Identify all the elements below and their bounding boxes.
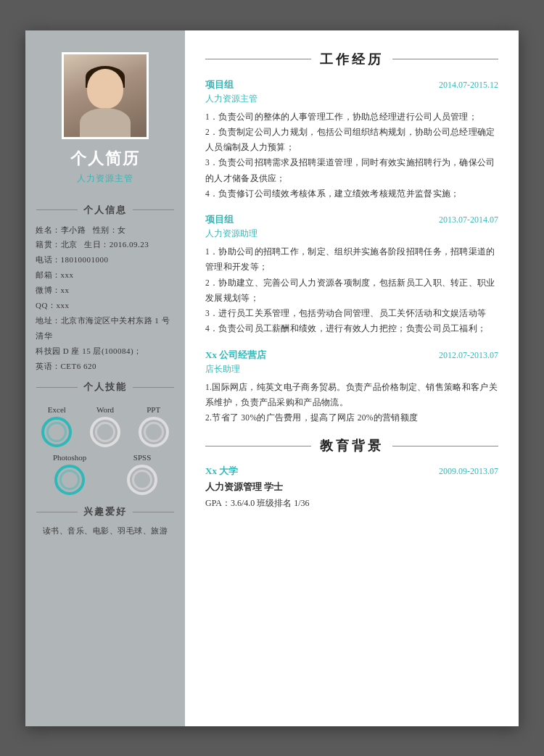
job-entry-3: Xx 公司经营店 2012.07-2013.07 店长助理 1.国际网店，纯英文… [205, 349, 498, 426]
job-desc-1-3: 3．负责公司招聘需求及招聘渠道管理，同时有效实施招聘行为，确保公司的人才储备及供… [205, 155, 498, 186]
work-section-title: 工作经历 [320, 51, 384, 68]
job-entry-2: 项目组 2013.07-2014.07 人力资源助理 1．协助公司的招聘工作，制… [205, 213, 498, 337]
edu-section: 教育背景 Xx 大学 2009.09-2013.07 人力资源管理 学士 GPA… [205, 437, 498, 512]
job-desc-2-2: 2．协助建立、完善公司人力资源各项制度，包括新员工入职、转正、职业发展规划等； [205, 275, 498, 307]
photo-face [87, 69, 123, 109]
sidebar-name: 个人简历 [70, 148, 140, 170]
divider-line-right [133, 209, 174, 210]
edu-header-1: Xx 大学 2009.09-2013.07 [205, 465, 498, 478]
edu-date-1: 2009.09-2013.07 [439, 466, 498, 477]
birth-label: 生日：2016.09.23 [84, 240, 149, 249]
edu-section-title: 教育背景 [320, 437, 384, 454]
edu-university-1: Xx 大学 [205, 465, 238, 478]
skill-ppt: PPT [139, 405, 169, 447]
hobbies-text: 读书、音乐、电影、羽毛球、旅游 [33, 524, 178, 539]
skills-title: 个人技能 [83, 381, 127, 394]
main-content: 工作经历 项目组 2014.07-2015.12 人力资源主管 1．负责公司的整… [185, 30, 519, 726]
info-row-1: 姓名：李小路 性别：女 [36, 223, 175, 238]
job-company-3: Xx 公司经营店 [205, 349, 266, 362]
job-position-1: 人力资源主管 [205, 93, 498, 105]
skill-excel-circle [41, 417, 72, 447]
job-desc-2-3: 3．进行员工关系管理，包括劳动合同管理、员工关怀活动和文娱活动等 [205, 306, 498, 321]
job-date-2: 2013.07-2014.07 [439, 215, 498, 225]
job-header-1: 项目组 2014.07-2015.12 [205, 78, 498, 91]
work-divider-right [392, 59, 498, 59]
job-desc-3-2: 2.节省了 30%的广告费用，提高了网店 20%的营销额度 [205, 410, 498, 425]
info-row-9: 英语：CET6 620 [36, 359, 175, 374]
sidebar: 个人简历 人力资源主管 个人信息 姓名：李小路 性别：女 籍贯：北京 生日：20… [25, 30, 185, 726]
divider-line-left3 [36, 512, 78, 512]
divider-line-left [36, 209, 78, 210]
skill-word-label: Word [96, 405, 114, 414]
work-divider-left [205, 59, 311, 59]
edu-gpa-1: GPA：3.6/4.0 班级排名 1/36 [205, 496, 498, 512]
info-row-5: 微博：xx [36, 283, 175, 298]
info-row-4: 邮箱：xxx [36, 267, 175, 283]
skill-word-circle [90, 417, 120, 447]
skills-block: Excel Word PPT [25, 399, 185, 498]
skill-excel: Excel [41, 405, 72, 447]
edu-divider-right [392, 446, 498, 446]
job-desc-3: 1.国际网店，纯英文电子商务贸易。负责产品价格制定、销售策略和客户关系维护，负责… [205, 380, 498, 426]
skill-ppt-circle [139, 417, 169, 447]
skill-word-inner [95, 422, 115, 442]
skill-spss-label: SPSS [133, 453, 151, 462]
skill-excel-inner [46, 422, 67, 442]
job-desc-2-1: 1．协助公司的招聘工作，制定、组织并实施各阶段招聘任务，招聘渠道的管理和开发等； [205, 244, 498, 275]
photo-area [62, 52, 149, 139]
skills-row-1: Excel Word PPT [33, 405, 178, 447]
sidebar-job-title: 人力资源主管 [77, 173, 133, 185]
job-date-3: 2012.07-2013.07 [439, 350, 498, 361]
skill-ppt-inner [144, 422, 164, 442]
edu-divider-left [205, 446, 311, 446]
skill-word: Word [90, 405, 120, 447]
job-date-1: 2014.07-2015.12 [439, 80, 498, 91]
hobbies-title: 兴趣爱好 [83, 505, 127, 518]
personal-info-block: 姓名：李小路 性别：女 籍贯：北京 生日：2016.09.23 电话：18010… [25, 223, 185, 374]
edu-section-header: 教育背景 [205, 437, 498, 454]
info-row-3: 电话：18010001000 [36, 252, 175, 267]
personal-info-divider: 个人信息 [25, 204, 185, 217]
info-row-2: 籍贯：北京 生日：2016.09.23 [36, 237, 175, 252]
skill-ppt-label: PPT [147, 405, 160, 414]
divider-line-right3 [133, 512, 174, 512]
skill-spss-circle [127, 465, 157, 495]
info-row-6: QQ：xxx [36, 298, 175, 313]
job-company-2: 项目组 [205, 213, 234, 226]
info-row-7: 地址：北京市海淀区中关村东路 1 号清华 [36, 313, 175, 344]
divider-line-left2 [36, 387, 78, 388]
skill-photoshop-circle [54, 465, 85, 495]
edu-entry-1: Xx 大学 2009.09-2013.07 人力资源管理 学士 GPA：3.6/… [205, 465, 498, 512]
skills-row-2: Photoshop SPSS [33, 453, 178, 495]
job-desc-1-4: 4．负责修订公司绩效考核体系，建立绩效考核规范并监督实施； [205, 186, 498, 202]
info-row-8: 科技园 D 座 15 层(100084)； [36, 344, 175, 359]
job-desc-3-1: 1.国际网店，纯英文电子商务贸易。负责产品价格制定、销售策略和客户关系维护，负责… [205, 380, 498, 411]
skill-photoshop: Photoshop [53, 453, 86, 495]
edu-major-1: 人力资源管理 学士 [205, 481, 498, 494]
job-desc-1-1: 1．负责公司的整体的人事管理工作，协助总经理进行公司人员管理； [205, 109, 498, 125]
personal-info-title: 个人信息 [83, 204, 127, 217]
divider-line-right2 [133, 387, 174, 388]
job-desc-2: 1．协助公司的招聘工作，制定、组织并实施各阶段招聘任务，招聘渠道的管理和开发等；… [205, 244, 498, 337]
skill-excel-label: Excel [48, 405, 66, 414]
job-header-2: 项目组 2013.07-2014.07 [205, 213, 498, 226]
job-position-2: 人力资源助理 [205, 228, 498, 240]
job-header-3: Xx 公司经营店 2012.07-2013.07 [205, 349, 498, 362]
skill-photoshop-label: Photoshop [53, 453, 86, 462]
skill-spss: SPSS [127, 453, 157, 495]
skill-photoshop-inner [59, 470, 80, 490]
photo-placeholder [64, 54, 147, 137]
skills-divider: 个人技能 [25, 381, 185, 394]
gender-label: 性别：女 [93, 225, 126, 234]
hobbies-divider: 兴趣爱好 [25, 505, 185, 518]
native-label: 籍贯：北京 [36, 240, 78, 249]
job-desc-1-2: 2．负责制定公司人力规划，包括公司组织结构规划，协助公司总经理确定人员编制及人力… [205, 125, 498, 156]
job-entry-1: 项目组 2014.07-2015.12 人力资源主管 1．负责公司的整体的人事管… [205, 78, 498, 202]
job-position-3: 店长助理 [205, 363, 498, 375]
job-company-1: 项目组 [205, 78, 234, 91]
job-desc-2-4: 4．负责公司员工薪酬和绩效，进行有效人力把控；负责公司员工福利； [205, 321, 498, 336]
skill-spss-inner [132, 470, 152, 490]
page-wrapper: 个人简历 人力资源主管 个人信息 姓名：李小路 性别：女 籍贯：北京 生日：20… [0, 0, 544, 756]
name-label: 姓名：李小路 [36, 225, 86, 234]
resume-container: 个人简历 人力资源主管 个人信息 姓名：李小路 性别：女 籍贯：北京 生日：20… [25, 30, 519, 726]
